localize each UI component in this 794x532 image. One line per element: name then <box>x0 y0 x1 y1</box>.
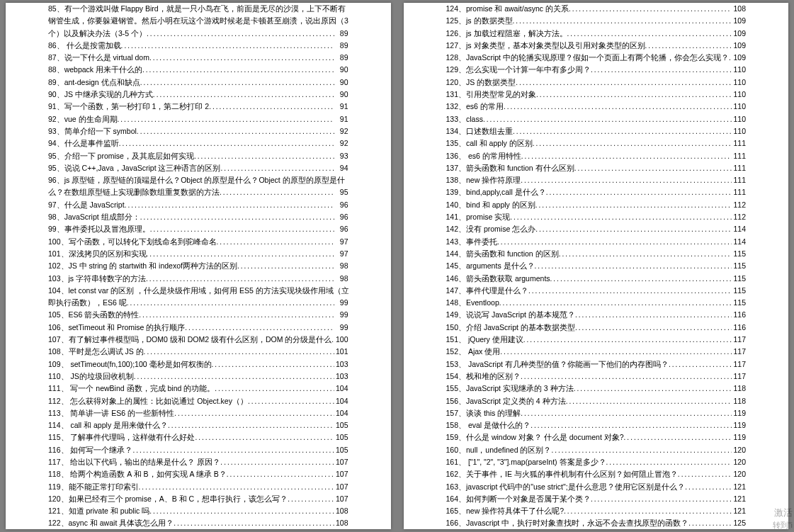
toc-entry[interactable]: 111、 写一个 newBind 函数，完成 bind 的功能。........… <box>48 383 348 395</box>
toc-entry[interactable]: 88、webpack 用来干什么的.......................… <box>48 64 348 76</box>
toc-entry[interactable]: 163、javascript 代码中的"use strict";是什么意思 ? … <box>446 481 747 493</box>
toc-entry[interactable]: 104、let const var 的区别 ，什么是块级作用域，如何用 ES5 … <box>48 285 348 297</box>
toc-entry[interactable]: 165、new 操作符具体干了什么呢?.....................… <box>446 505 747 517</box>
toc-entry[interactable]: 157、谈谈 this 的理解.........................… <box>446 407 747 419</box>
toc-entry[interactable]: 93、简单介绍一下 symbol........................… <box>48 125 348 137</box>
toc-leader-dots: ........................................… <box>150 223 334 235</box>
toc-entry[interactable]: 112、 怎么获得对象上的属性：比如说通过 Object.key（）......… <box>48 395 348 407</box>
toc-entry[interactable]: 106、setTimeout 和 Promise 的执行顺序..........… <box>48 322 348 334</box>
toc-entry[interactable]: 132、es6 的常用.............................… <box>446 101 747 113</box>
toc-entry[interactable]: 107、有了解过事件模型吗，DOM0 级和 DOM2 级有什么区别，DOM 的分… <box>48 334 348 346</box>
toc-page-number: 119 <box>732 419 746 431</box>
toc-entry[interactable]: 103、js 字符串转数字的方法........................… <box>48 273 348 285</box>
toc-entry[interactable]: 114、 call 和 apply 是用来做什么？...............… <box>48 419 348 431</box>
toc-entry[interactable]: 113、 简单讲一讲 ES6 的一些新特性...................… <box>48 407 348 419</box>
toc-entry[interactable]: 160、null，undefined 的区别？.................… <box>446 444 747 456</box>
toc-entry[interactable]: 95、说说 C++,Java，JavaScript 这三种语言的区别......… <box>48 162 348 174</box>
toc-entry[interactable]: 92、vue 的生命周期............................… <box>48 113 348 125</box>
toc-page-number: 108 <box>732 3 746 15</box>
toc-entry[interactable]: 99、事件委托以及冒泡原理。..........................… <box>48 223 348 235</box>
toc-entry[interactable]: 90、JS 中继承实现的几种方式........................… <box>48 89 348 101</box>
toc-entry[interactable]: 85、有一个游戏叫做 Flappy Bird，就是一只小鸟在飞，前面是无尽的沙漠… <box>48 3 348 15</box>
toc-entry[interactable]: 121、知道 private 和 public 吗...............… <box>48 505 348 517</box>
toc-leader-dots: ........................................… <box>212 358 334 370</box>
toc-entry[interactable]: 109、 setTimeout(fn,100);100 毫秒是如何权衡的....… <box>48 358 348 370</box>
toc-entry[interactable]: 161、 ["1", "2", "3"].map(parseInt) 答案是多少… <box>446 456 747 468</box>
toc-entry[interactable]: 154、栈和堆的区别？.............................… <box>446 370 747 383</box>
toc-page-number: 114 <box>732 236 746 248</box>
toc-entry[interactable]: 146、箭头函数获取 arguments....................… <box>446 273 747 285</box>
toc-entry[interactable]: 122、async 和 await 具体该怎么用？...............… <box>48 517 348 529</box>
toc-entry[interactable]: 个）以及解决办法（3-5 个）.........................… <box>48 28 348 40</box>
toc-entry[interactable]: 97、什么是 JavaScript.......................… <box>48 199 348 211</box>
toc-page-number: 120 <box>732 468 746 480</box>
toc-entry[interactable]: 即执行函数），ES6 呢............................… <box>48 297 348 309</box>
toc-entry[interactable]: 128、JavaScript 中的轮播实现原理？假如一个页面上有两个轮播，你会怎… <box>446 52 747 64</box>
toc-page-number: 115 <box>732 260 746 272</box>
toc-entry[interactable]: 110、 JS的垃圾回收机制..........................… <box>48 370 348 383</box>
toc-entry[interactable]: 101、深浅拷贝的区别和实现..........................… <box>48 248 348 260</box>
toc-entry[interactable]: 136、 es6 的常用特性..........................… <box>446 150 747 162</box>
toc-entry[interactable]: 么？在数组原型链上实现删除数组重复数据的方法..................… <box>48 186 348 198</box>
toc-entry[interactable]: 105、ES6 箭头函数的特性.........................… <box>48 309 348 321</box>
toc-entry[interactable]: 156、JavaScript 定义类的 4 种方法...............… <box>446 395 747 407</box>
toc-entry[interactable]: 134、口述数组去重..............................… <box>446 125 747 137</box>
toc-entry[interactable]: 100、写个函数，可以转化下划线命名到驼峰命名.................… <box>48 236 348 248</box>
toc-entry-text: 97、什么是 JavaScript <box>48 199 125 211</box>
toc-entry[interactable]: 108、平时是怎么调试 JS 的........................… <box>48 346 348 358</box>
toc-entry-text: 137、箭头函数和 function 有什么区别 <box>446 162 574 174</box>
toc-entry[interactable]: 139、bind,apply,call 是什么？................… <box>446 186 747 198</box>
toc-entry[interactable]: 155、JavaScript 实现继承的 3 种方法..............… <box>446 383 747 395</box>
toc-entry[interactable]: 127、js 对象类型，基本对象类型以及引用对象类型的区别...........… <box>446 40 747 52</box>
toc-entry[interactable]: 141、promise 实现..........................… <box>446 211 747 223</box>
toc-entry[interactable]: 159、什么是 window 对象？ 什么是 document 对象?.....… <box>446 431 747 443</box>
toc-entry[interactable]: 142、没有 promise 怎么办......................… <box>446 223 747 235</box>
toc-entry[interactable]: 137、箭头函数和 function 有什么区别................… <box>446 162 747 174</box>
toc-entry[interactable]: 120、JS 的数据类型............................… <box>446 77 747 89</box>
toc-entry[interactable]: 91、写一个函数，第一秒打印 1，第二秒打印 2................… <box>48 101 348 113</box>
toc-entry[interactable]: 153、 JavaScript 有几种类型的值？你能画一下他们的内存图吗？...… <box>446 358 747 370</box>
toc-entry[interactable]: 147、事件代理是什么？............................… <box>446 285 747 297</box>
toc-entry[interactable]: 124、promise 和 await/async 的关系...........… <box>446 3 747 15</box>
toc-entry-text: 147、事件代理是什么？ <box>446 285 529 297</box>
toc-entry[interactable]: 148、Eventloop...........................… <box>446 297 747 309</box>
toc-entry[interactable]: 140、bind 和 apply 的区别....................… <box>446 199 747 211</box>
toc-entry[interactable]: 116、 如何写一个继承？...........................… <box>48 444 348 456</box>
toc-entry[interactable]: 125、js 的数据类型............................… <box>446 15 747 27</box>
toc-entry[interactable]: 150、介绍 JavaScript 的基本数据类型...............… <box>446 322 747 334</box>
toc-entry[interactable]: 131、引用类型常见的对象...........................… <box>446 89 747 101</box>
toc-entry[interactable]: 158、 eval 是做什么的？........................… <box>446 419 747 431</box>
toc-entry[interactable]: 118、 给两个构造函数 A 和 B，如何实现 A 继承 B？.........… <box>48 468 348 480</box>
toc-entry[interactable]: 119、能不能正常打印索引...........................… <box>48 481 348 493</box>
toc-entry[interactable]: 120、如果已经有三个 promise，A、B 和 C，想串行执行，该怎么写？.… <box>48 493 348 505</box>
toc-entry[interactable]: 95、介绍一下 promise，及其底层如何实现................… <box>48 150 348 162</box>
toc-entry[interactable]: 138、new 操作符原理...........................… <box>446 174 747 186</box>
toc-entry[interactable]: 133、class...............................… <box>446 113 747 125</box>
toc-entry[interactable]: 143、事件委托................................… <box>446 236 747 248</box>
toc-entry[interactable]: 87、说一下什么是 virtual dom...................… <box>48 52 348 64</box>
toc-entry[interactable]: 126、js 加载过程阻塞，解决方法。.....................… <box>446 28 747 40</box>
toc-entry[interactable]: 145、arguments 是什么？......................… <box>446 260 747 272</box>
toc-page-number: 95 <box>334 186 348 198</box>
toc-leader-dots: ........................................… <box>194 150 334 162</box>
toc-entry[interactable]: 86、 什么是按需加载.............................… <box>48 40 348 52</box>
toc-entry[interactable]: 151、 jQuery 使用建议........................… <box>446 334 747 346</box>
toc-entry[interactable]: 117、 给出以下代码，输出的结果是什么？ 原因？...............… <box>48 456 348 468</box>
toc-entry[interactable]: 149、说说写 JavaScript 的基本规范？...............… <box>446 309 747 321</box>
toc-entry[interactable]: 129、怎么实现一个计算一年中有多少周？....................… <box>446 64 747 76</box>
toc-entry[interactable]: 102、JS 中 string 的 startwith 和 indexof两种方… <box>48 260 348 272</box>
toc-entry[interactable]: 115、 了解事件代理吗，这样做有什么好处...................… <box>48 431 348 443</box>
toc-entry[interactable]: 89、ant-design 优点和缺点.....................… <box>48 77 348 89</box>
toc-entry[interactable]: 94、什么是事件监听..............................… <box>48 137 348 149</box>
toc-entry[interactable]: 98、JavaScript 组成部分：.....................… <box>48 211 348 223</box>
toc-entry[interactable]: 钢管生成，你要躲避钢管。然后小明在玩这个游戏时候老是卡顿甚至崩溃，说出原因（3-… <box>48 15 348 27</box>
toc-entry[interactable]: 144、箭头函数和 function 的区别..................… <box>446 248 747 260</box>
toc-entry[interactable]: 162、关于事件，IE 与火狐的事件机制有什么区别？如何阻止冒泡？.......… <box>446 468 747 480</box>
toc-entry[interactable]: 166、Javascript 中，执行时对象查找时，永远不会去查找原型的函数？.… <box>446 517 747 529</box>
toc-entry[interactable]: 152、 Ajax 使用............................… <box>446 346 747 358</box>
toc-entry[interactable]: 135、call 和 apply 的区别....................… <box>446 137 747 149</box>
toc-entry[interactable]: 164、如何判断一个对象是否属于某个类？....................… <box>446 493 747 505</box>
toc-entry-text: 151、 jQuery 使用建议 <box>446 334 523 346</box>
toc-entry[interactable]: 96、js 原型链，原型链的顶端是什么？Object 的原型是什么？Object… <box>48 174 348 186</box>
toc-page-number: 118 <box>732 383 746 395</box>
